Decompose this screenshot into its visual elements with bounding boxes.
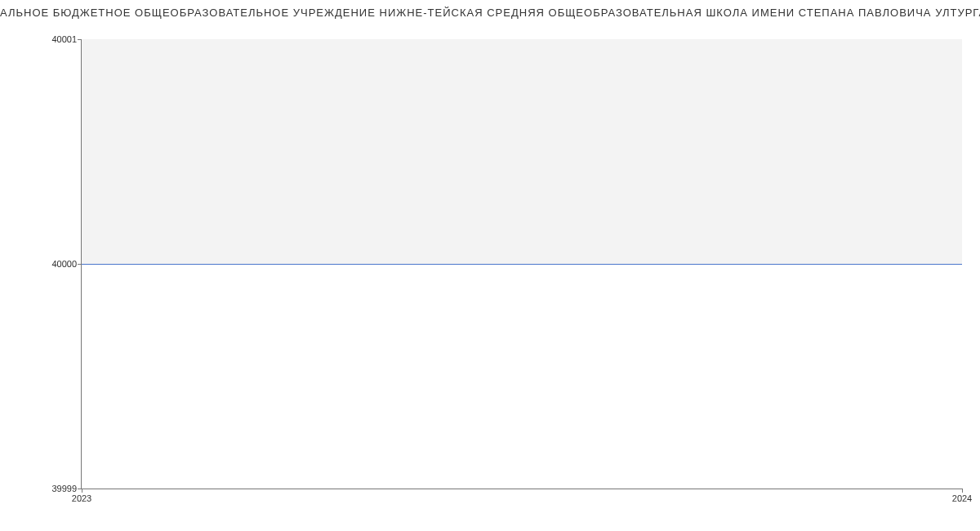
x-tick-label-2024: 2024 (952, 489, 972, 503)
y-tick-label-40001: 40001 (51, 34, 82, 44)
chart-plot-area: 40001 40000 39999 2023 2024 (82, 39, 962, 489)
lower-grid-band (82, 264, 962, 489)
x-tick-label-2023: 2023 (72, 489, 91, 503)
line-series-1 (82, 264, 962, 265)
chart-title: АЛЬНОЕ БЮДЖЕТНОЕ ОБЩЕОБРАЗОВАТЕЛЬНОЕ УЧР… (0, 7, 980, 19)
upper-grid-band (82, 39, 962, 264)
x-axis (82, 489, 962, 489)
y-tick-label-40000: 40000 (51, 259, 82, 269)
